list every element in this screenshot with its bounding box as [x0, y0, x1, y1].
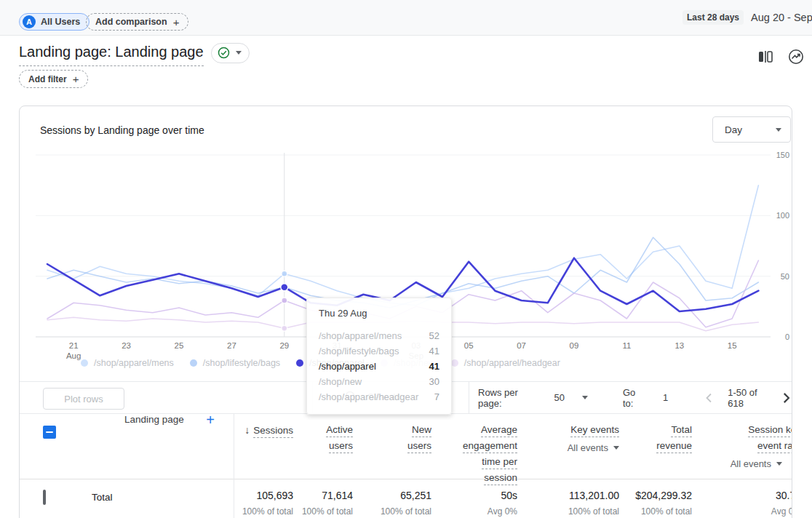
header-label: Key events — [570, 424, 619, 437]
tooltip-label: /shop/apparel/headgear — [319, 389, 418, 405]
insights-icon[interactable] — [787, 48, 805, 65]
key-events-filter-dropdown[interactable]: All events — [523, 442, 619, 453]
svg-text:07: 07 — [517, 341, 526, 350]
legend-item[interactable]: /shop/apparel/mens — [81, 358, 174, 368]
svg-text:27: 27 — [227, 341, 236, 350]
total-row-label: Total — [66, 479, 234, 517]
chevron-down-icon[interactable] — [582, 396, 588, 399]
report-title-row: Landing page: Landing page — [19, 44, 250, 66]
column-header-landing-page[interactable]: Landing page + — [66, 414, 234, 479]
previous-page-icon[interactable] — [703, 391, 716, 405]
legend-label: /shop/apparel/headgear — [464, 358, 560, 368]
header-label: Sessions — [253, 425, 293, 438]
total-revenue-cell: $204,299.32 100% of total — [625, 479, 698, 517]
go-to-label: Go to: — [623, 387, 644, 409]
column-header-avg-engagement-time[interactable]: Average engagement time per session — [437, 414, 523, 479]
svg-text:13: 13 — [674, 341, 684, 350]
plus-icon: + — [73, 73, 79, 84]
tooltip-row: /shop/apparel/headgear 7 — [319, 389, 439, 405]
column-header-new-users[interactable]: New users — [359, 414, 437, 479]
total-sessions-cell: 105,693 100% of total — [234, 479, 299, 517]
total-new-users-cell: 65,251 100% of total — [359, 479, 437, 517]
metric-subtext: 100% of total — [359, 506, 431, 517]
column-header-key-events[interactable]: Key events All events — [523, 414, 625, 479]
tooltip-value: 41 — [429, 343, 439, 359]
metric-subtext: Avg 0% — [698, 506, 792, 517]
plot-rows-button[interactable]: Plot rows — [43, 388, 124, 410]
metric-value: 50s — [437, 490, 517, 501]
rows-per-page-label: Rows per page: — [478, 387, 533, 409]
table-total-row: Total 105,693 100% of total 71,614 100% … — [20, 479, 792, 517]
svg-text:25: 25 — [175, 341, 184, 350]
header-label: engagement — [463, 440, 517, 453]
go-to-input[interactable]: 1 — [663, 392, 668, 403]
header-label: users — [407, 440, 431, 453]
tooltip-value: 30 — [429, 374, 439, 389]
header-label: Average — [481, 424, 517, 437]
check-circle-icon — [218, 47, 230, 59]
legend-item[interactable]: /shop/apparel/headgear — [451, 358, 560, 368]
row-checkbox-cell — [20, 479, 66, 517]
granularity-value: Day — [725, 124, 742, 135]
total-session-rate-cell: 30.74 Avg 0% — [698, 479, 792, 517]
tooltip-label: /shop/apparel/mens — [319, 328, 402, 343]
chevron-down-icon — [776, 128, 781, 132]
ga4-landing-page-report: A All Users Add comparison + Last 28 day… — [0, 0, 812, 518]
svg-text:09: 09 — [570, 341, 579, 350]
tooltip-value: 7 — [434, 389, 439, 405]
date-range-picker[interactable]: Last 28 days Aug 20 - Sep 16, 2 — [682, 10, 812, 25]
metric-subtext: Avg 0% — [437, 506, 517, 517]
report-action-icons — [757, 48, 805, 65]
data-quality-pill[interactable] — [211, 43, 250, 63]
session-rate-filter-dropdown[interactable]: All events — [698, 458, 792, 469]
metric-value: 113,201.00 — [523, 490, 619, 501]
metric-value: 105,693 — [234, 490, 293, 501]
series-dot — [190, 359, 197, 367]
granularity-dropdown[interactable]: Day — [712, 116, 791, 143]
column-header-session-key-event-rate[interactable]: Session key event rate All events — [698, 414, 792, 479]
tooltip-value: 41 — [429, 359, 439, 374]
series-dot — [451, 359, 458, 367]
metric-value: 30.74 — [698, 490, 792, 501]
svg-text:15: 15 — [728, 341, 737, 350]
tooltip-row-highlighted: /shop/apparel 41 — [319, 359, 439, 374]
all-users-segment-pill[interactable]: A All Users — [19, 13, 89, 31]
metric-subtext: 100% of total — [523, 506, 619, 517]
pagination-controls: Rows per page: 50 Go to: 1 1-50 of 618 — [478, 382, 792, 413]
tooltip-label: /shop/new — [319, 374, 362, 389]
tooltip-date: Thu 29 Aug — [319, 308, 439, 319]
total-key-events-cell: 113,201.00 100% of total — [523, 479, 625, 517]
row-checkbox[interactable] — [43, 490, 46, 505]
column-header-active-users[interactable]: Active users — [299, 414, 359, 479]
series-dot — [296, 359, 303, 367]
header-label: Total — [671, 424, 692, 437]
metric-value: 65,251 — [359, 490, 431, 501]
metric-subtext: 100% of total — [299, 506, 353, 517]
header-label: users — [329, 440, 353, 453]
add-comparison-label: Add comparison — [95, 17, 167, 27]
filter-value: All events — [731, 458, 771, 469]
tooltip-label: /shop/apparel — [319, 359, 376, 374]
tooltip-value: 52 — [429, 328, 439, 343]
metric-subtext: 100% of total — [234, 506, 293, 517]
add-comparison-button[interactable]: Add comparison + — [86, 13, 188, 31]
add-filter-label: Add filter — [28, 74, 67, 84]
header-label: event rate — [757, 440, 792, 453]
chevron-down-icon — [776, 462, 782, 466]
edit-comparisons-icon[interactable] — [757, 48, 774, 65]
header-label: Active — [326, 424, 353, 437]
svg-text:21: 21 — [69, 341, 79, 350]
add-dimension-icon[interactable]: + — [206, 414, 215, 426]
series-dot — [81, 359, 88, 367]
add-filter-button[interactable]: Add filter + — [19, 70, 88, 88]
svg-text:29: 29 — [279, 341, 289, 350]
page-title[interactable]: Landing page: Landing page — [19, 44, 204, 66]
column-header-sessions[interactable]: ↓Sessions — [234, 414, 299, 479]
chevron-down-icon — [236, 51, 242, 55]
select-all-checkbox-indeterminate[interactable] — [43, 426, 56, 439]
rows-per-page-value[interactable]: 50 — [554, 392, 565, 403]
legend-item[interactable]: /shop/lifestyle/bags — [190, 358, 280, 368]
next-page-icon[interactable] — [779, 391, 792, 405]
column-header-total-revenue[interactable]: Total revenue — [625, 414, 698, 479]
tooltip-label: /shop/lifestyle/bags — [319, 343, 399, 359]
